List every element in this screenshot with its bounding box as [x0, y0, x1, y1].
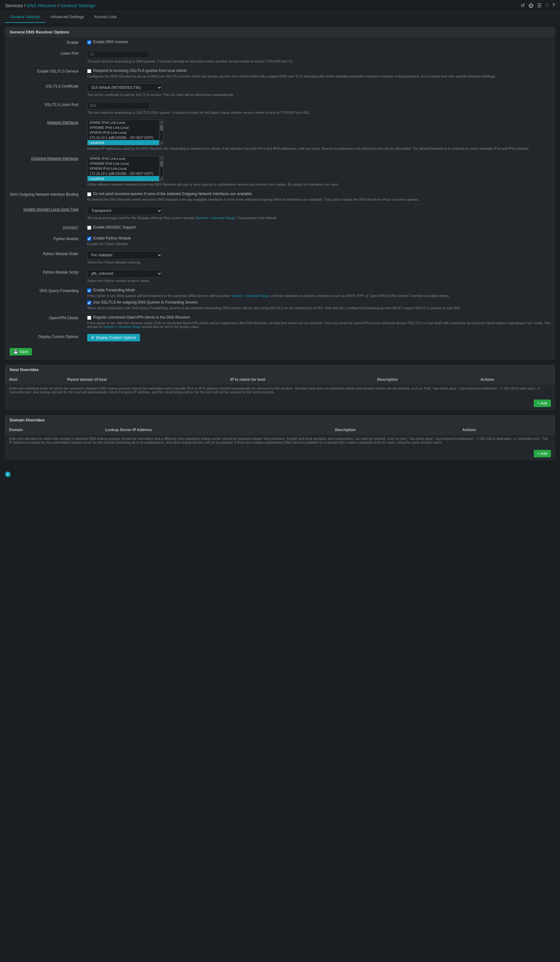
dns-fwd-checkbox1-row: Enable Forwarding Mode	[87, 288, 550, 293]
python-module-order-select[interactable]: Pre Validator Validator Iterator	[87, 251, 162, 259]
python-module-checkbox[interactable]	[87, 237, 91, 241]
ssl-tls-checkbox[interactable]	[87, 69, 91, 73]
domain-overrides-tbody: Enter any domains for which the resolver…	[5, 435, 555, 448]
display-custom-options-button[interactable]: ⚙ Display Custom Options	[87, 334, 140, 341]
ssl-port-value: The port used for responding to SSL/TLS …	[83, 99, 555, 117]
tab-advanced-settings[interactable]: Advanced Settings	[45, 11, 89, 23]
enable-row: Enable Enable DNS resolver	[5, 37, 555, 48]
python-module-label: Python Module	[5, 234, 83, 249]
list-item[interactable]: SPARE IPv6 Link-Local	[87, 156, 159, 161]
outgoing-interfaces-row: Outgoing Network Interfaces SPARE IPv6 L…	[5, 153, 555, 189]
tabs-bar: General Settings Advanced Settings Acces…	[0, 11, 560, 23]
tab-access-lists[interactable]: Access Lists	[89, 11, 122, 23]
dns-fwd-checkbox1[interactable]	[87, 289, 91, 293]
python-module-order-row: Python Module Order Pre Validator Valida…	[5, 249, 555, 267]
outgoing-interfaces-list[interactable]: SPARE IPv6 Link-Local VPNSWE IPv6 Link-L…	[87, 156, 159, 181]
openvpn-clients-checkbox[interactable]	[87, 316, 91, 320]
enable-checkbox-row: Enable DNS resolver	[87, 40, 550, 44]
ssl-tls-checkbox-label: Respond to incoming SSL/TLS queries from…	[93, 68, 187, 73]
list-item-localhost[interactable]: Localhost	[87, 176, 159, 181]
list-item[interactable]: VPNSWE IPv6 Link-Local	[87, 125, 159, 130]
scroll-down-icon[interactable]: ▼	[160, 141, 163, 145]
openvpn-clients-checkbox-label: Register connected OpenVPN clients in th…	[93, 315, 190, 320]
system-domain-desc: The local-zone type used for the Netgate…	[87, 216, 550, 220]
col-desc: Description	[331, 425, 459, 435]
python-module-script-row: Python Module Script pfb_unbound Select …	[5, 267, 555, 286]
python-module-script-value: pfb_unbound Select the Python module scr…	[83, 267, 555, 286]
help-icon[interactable]: ?	[552, 3, 555, 8]
list-icon[interactable]: ☰	[537, 3, 542, 8]
system-domain-link[interactable]: System Domain Local Zone Type	[23, 207, 79, 211]
network-interfaces-list[interactable]: SPARE IPv6 Link-Local VPNSWE IPv6 Link-L…	[87, 120, 159, 145]
enable-checkbox[interactable]	[87, 40, 91, 44]
host-overrides-header-row: Host Parent domain of host IP to return …	[5, 375, 555, 384]
breadcrumb-sep1: /	[24, 3, 26, 8]
network-interfaces-label: Network Interfaces	[5, 117, 83, 153]
ssl-cert-select[interactable]: GUI default (667d38342c73b)	[87, 84, 162, 92]
breadcrumb-sep2: /	[58, 3, 59, 8]
domain-overrides-add-button[interactable]: + Add	[534, 450, 551, 457]
outgoing-interfaces-link[interactable]: Outgoing Network Interfaces	[31, 156, 79, 161]
listen-port-row: Listen Port The port used for responding…	[5, 48, 555, 66]
host-overrides-tbody: Enter any individual hosts for which the…	[5, 384, 555, 397]
domain-overrides-table: Domain Lookup Server IP Address Descript…	[5, 425, 555, 447]
tab-general-settings[interactable]: General Settings	[5, 11, 45, 23]
main-content: General DNS Resolver Options Enable Enab…	[0, 23, 560, 469]
info-icon[interactable]: i	[5, 471, 11, 477]
scroll-up-icon[interactable]: ▲	[160, 120, 163, 124]
list-item[interactable]: 172.16.10.1 (pfB DNSBL - DO NOT EDIT)	[87, 135, 159, 140]
openvpn-clients-desc: If this option is set, then the common n…	[87, 321, 550, 329]
enable-label: Enable	[5, 37, 83, 48]
scroll-thumb[interactable]	[160, 161, 163, 167]
col-lookup-server: Lookup Server IP Address	[101, 425, 331, 435]
breadcrumb-general-settings[interactable]: General Settings	[60, 3, 95, 8]
dns-fwd-link1[interactable]: System > General Setup	[231, 294, 269, 298]
outgoing-interfaces-value: SPARE IPv6 Link-Local VPNSWE IPv6 Link-L…	[83, 153, 555, 189]
col-actions-d: Actions	[459, 425, 555, 435]
listen-port-input[interactable]	[87, 51, 150, 58]
power-icon[interactable]: ⏻	[528, 3, 533, 8]
host-overrides-title: Host Overrides	[5, 365, 555, 375]
scroll-track	[160, 125, 163, 140]
network-interfaces-value: SPARE IPv6 Link-Local VPNSWE IPv6 Link-L…	[83, 117, 555, 153]
dns-fwd-checkbox2[interactable]	[87, 301, 91, 305]
list-scrollbar: ▲ ▼	[159, 120, 163, 145]
list-item-localhost[interactable]: Localhost	[87, 140, 159, 145]
system-domain-select[interactable]: Transparent Static Refuse Deny	[87, 207, 162, 215]
scroll-thumb[interactable]	[160, 125, 163, 131]
topbar: Services / DNS Resolver / General Settin…	[0, 0, 560, 11]
scroll-down-icon[interactable]: ▼	[160, 177, 163, 181]
dns-query-forwarding-row: DNS Query Forwarding Enable Forwarding M…	[5, 286, 555, 313]
col-parent-domain: Parent domain of host	[63, 375, 227, 384]
refresh-icon[interactable]: ↺	[521, 3, 525, 8]
breadcrumb: Services / DNS Resolver / General Settin…	[5, 3, 95, 8]
strict-outgoing-checkbox[interactable]	[87, 192, 91, 196]
col-ip-return: IP to return for host	[227, 375, 373, 384]
dnssec-row: DNSSEC Enable DNSSEC Support	[5, 223, 555, 234]
general-dns-title: General DNS Resolver Options	[5, 27, 555, 37]
list-item[interactable]: 172.16.10.1 (pfB DNSBL - DO NOT EDIT)	[87, 171, 159, 176]
save-button[interactable]: 💾 Save	[10, 348, 32, 355]
ssl-port-label: SSL/TLS Listen Port	[5, 99, 83, 117]
openvpn-clients-link[interactable]: System > General Setup	[103, 325, 141, 329]
system-domain-link-text[interactable]: System > General Setup	[196, 216, 234, 220]
dnssec-checkbox[interactable]	[87, 226, 91, 230]
breadcrumb-dns-resolver[interactable]: DNS Resolver	[27, 3, 56, 8]
save-row: 💾 Save	[5, 344, 555, 359]
dnssec-checkbox-row: Enable DNSSEC Support	[87, 225, 550, 230]
ssl-port-input[interactable]	[87, 102, 150, 110]
list-item[interactable]: VPNFIN IPv6 Link-Local	[87, 166, 159, 171]
host-overrides-thead: Host Parent domain of host IP to return …	[5, 375, 555, 384]
system-domain-value: Transparent Static Refuse Deny The local…	[83, 204, 555, 223]
list-item[interactable]: SPARE IPv6 Link-Local	[87, 120, 159, 125]
topbar-icons: ↺ ⏻ ☰ ∷ ?	[521, 3, 555, 8]
host-overrides-section: Host Overrides Host Parent domain of hos…	[5, 365, 555, 410]
python-module-script-select[interactable]: pfb_unbound	[87, 270, 162, 278]
scroll-up-icon[interactable]: ▲	[160, 156, 163, 160]
network-interfaces-link[interactable]: Network Interfaces	[47, 120, 79, 125]
grid-icon[interactable]: ∷	[545, 3, 549, 8]
python-module-checkbox-row: Enable Python Module	[87, 236, 550, 241]
list-item[interactable]: VPNSWE IPv6 Link-Local	[87, 161, 159, 166]
list-item[interactable]: VPNFIN IPv6 Link-Local	[87, 130, 159, 135]
host-overrides-add-button[interactable]: + Add	[534, 400, 551, 407]
